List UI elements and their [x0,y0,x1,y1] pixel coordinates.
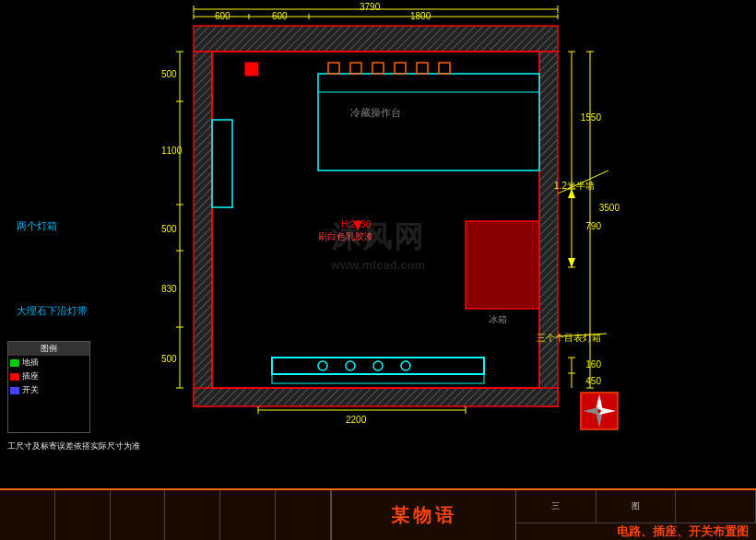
dimension-svg [0,0,756,488]
legend-color-outlet [10,373,19,381]
fridge-label: 冰箱 [489,313,507,326]
svg-rect-52 [212,120,232,207]
legend-label-switch: 开关 [22,384,39,396]
svg-rect-2 [539,52,558,406]
svg-rect-3 [194,388,558,406]
bottom-bar-cells-2 [0,515,331,540]
paint-annotation: 刷白色乳胶漆 [318,230,373,243]
svg-rect-55 [272,374,484,383]
note-text: 工尺寸及标寄误差依搭实际尺寸为准 [7,440,140,452]
svg-marker-63 [568,258,575,267]
compass: N [579,391,620,431]
drawing-title: 电路、插座、开关布置图 [516,523,756,540]
bottom-cell-2 [55,490,111,515]
svg-rect-0 [194,26,558,52]
dim-left-1100: 1100 [161,146,182,156]
legend-area: 图例 地插 插座 开关 [7,341,90,433]
bottom-right-top: 三 图 [516,490,756,523]
dim-600-2: 600 [272,11,288,21]
dim-3790: 3790 [360,2,380,12]
svg-point-58 [373,361,383,370]
dim-left-500-3: 500 [161,354,177,364]
fridge-counter-label: 冷藏操作台 [350,106,401,120]
bottom-cell-5 [220,490,276,515]
legend-item-ground: 地插 [8,356,89,370]
svg-rect-1 [194,52,212,406]
bottom-right-cell-1: 三 [516,490,597,522]
bottom-cell-12 [276,515,331,540]
dim-left-830: 830 [161,284,177,294]
dim-160: 160 [585,359,601,370]
legend-title: 图例 [8,342,89,356]
dim-3500: 3500 [599,203,620,213]
legend-item-switch: 开关 [8,383,89,397]
bottom-cell-6 [276,490,331,515]
svg-rect-47 [372,63,384,74]
dim-left-500-1: 500 [161,69,177,79]
bottom-cell-1 [0,490,55,515]
bottom-cell-10 [165,515,220,540]
bottom-cell-11 [220,515,276,540]
red-arrow [353,221,362,230]
bottom-cell-9 [111,515,166,540]
svg-rect-4 [212,52,539,388]
bottom-bar: 某物语 三 图 电路、插座、开关布置图 [0,488,756,540]
bottom-cell-8 [55,515,111,540]
marble-label: 大理石下沿灯带 [17,304,88,318]
svg-rect-54 [272,358,484,374]
bottom-cell-7 [0,515,55,540]
legend-item-outlet: 插座 [8,370,89,383]
half-wall-label: 1.2米半墙 [554,180,595,193]
bottom-right-cell-3 [676,490,756,522]
dim-1800: 1800 [410,11,431,21]
bottom-cell-3 [111,490,166,515]
project-name: 某物语 [391,503,457,528]
dim-1550: 1550 [581,112,601,123]
bottom-right: 三 图 电路、插座、开关布置图 [516,490,756,540]
legend-label-outlet: 插座 [22,370,39,382]
two-boxes-label: 两个灯箱 [17,219,57,233]
svg-text:N: N [597,400,601,406]
svg-point-56 [318,361,327,370]
dim-left-500-2: 500 [161,224,177,234]
svg-point-59 [401,361,410,370]
svg-rect-46 [350,63,361,74]
svg-rect-49 [417,63,428,74]
dim-790: 790 [585,221,601,231]
svg-rect-43 [318,74,539,170]
bottom-bar-cells [0,490,331,515]
legend-color-ground [10,359,19,367]
bottom-center: 某物语 [332,490,516,540]
svg-rect-51 [245,63,258,76]
svg-rect-50 [439,63,450,74]
svg-point-57 [346,361,355,370]
legend-label-ground: 地插 [22,357,39,369]
svg-rect-45 [328,63,339,74]
bottom-cell-4 [165,490,220,515]
svg-rect-53 [466,221,539,309]
legend-color-switch [10,387,19,394]
drawing-area: 3790 600 600 1800 1550 3500 790 160 450 … [0,0,756,488]
svg-rect-48 [395,63,406,74]
bottom-bar-left [0,490,332,540]
dim-600-1: 600 [215,11,230,21]
three-boxes-label: 三个个目表灯箱 [537,332,601,345]
dim-2200: 2200 [346,415,366,425]
dim-450: 450 [585,376,601,386]
bottom-right-cell-2: 图 [597,490,677,522]
